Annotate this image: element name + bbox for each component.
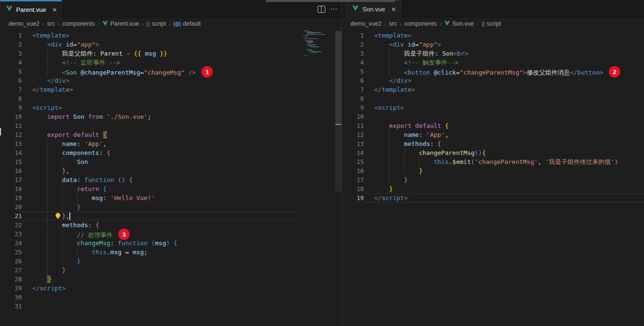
breadcrumb-item-default[interactable]: [@]default <box>173 20 200 27</box>
indent-guide <box>47 139 62 148</box>
lightbulb-icon[interactable] <box>55 213 61 219</box>
code-line-20: 20 } <box>0 202 341 211</box>
line-number: 17 <box>342 175 364 184</box>
line-number: 13 <box>342 139 364 148</box>
line-number: 2 <box>342 40 364 49</box>
breadcrumb-item-src[interactable]: src <box>389 20 397 27</box>
minimap-line <box>311 47 319 47</box>
code-line-10: 10 <box>342 112 644 121</box>
line-number: 14 <box>342 148 364 157</box>
code-token: template <box>40 86 70 93</box>
code-token: msg <box>145 50 156 57</box>
minimap[interactable] <box>299 30 335 187</box>
line-number: 27 <box>0 266 22 275</box>
breadcrumb-item-script[interactable]: {}script <box>482 20 501 27</box>
line-content: <Son @changeParentMsg="changeMsg" />1 <box>22 67 299 76</box>
code-line-27: 27 } <box>0 266 341 275</box>
code-line-24: 24 changeMsg: function (msg) { <box>0 239 341 248</box>
indent-guide <box>404 148 419 157</box>
indent-guide <box>32 275 47 284</box>
indent-guide <box>62 230 77 240</box>
indent-guide <box>404 157 419 166</box>
code-token: 'App' <box>426 131 445 138</box>
minimap-line <box>305 40 313 41</box>
close-tab-icon[interactable]: ✕ <box>52 7 57 13</box>
breadcrumb-item-son-vue[interactable]: Son.vue <box>444 20 474 27</box>
breadcrumb-item-parent-vue[interactable]: Parent.vue <box>102 20 139 27</box>
breadcrumb-item-demo-vue2[interactable]: demo_vue2 <box>350 20 381 27</box>
code-line-13: 13 methods: { <box>342 139 644 148</box>
indent-guide <box>374 40 389 49</box>
code-area-left[interactable]: 1<template>2 <div id="app">3 我是父组件: Pare… <box>0 29 341 311</box>
code-token: import <box>47 113 69 120</box>
vue-file-icon <box>6 6 13 14</box>
split-editor-icon[interactable] <box>318 6 325 13</box>
indent-guide <box>32 76 47 85</box>
indent-guide <box>47 68 62 77</box>
vue-icon <box>444 21 450 27</box>
breadcrumb-item-script[interactable]: {}script <box>146 20 166 27</box>
code-token <box>441 122 445 129</box>
code-token <box>114 240 118 247</box>
indent-guide <box>32 157 47 166</box>
code-token: > <box>407 77 411 84</box>
code-line-25: 25 this.msg = msg; <box>0 248 341 257</box>
code-token: </ <box>374 194 382 201</box>
line-content: </div> <box>22 76 299 85</box>
code-token: Son <box>77 158 88 165</box>
line-content <box>22 121 299 130</box>
line-content: <script> <box>22 103 299 112</box>
line-content <box>364 94 644 103</box>
breadcrumb-left: demo_vue2›src›components›Parent.vue›{}sc… <box>0 18 341 29</box>
code-token: </ <box>47 77 55 84</box>
code-area-right[interactable]: 1<template>2 <div id="app">3 我是子组件: Son<… <box>342 29 644 202</box>
indent-guide <box>47 266 62 275</box>
line-number: 10 <box>342 112 364 121</box>
line-content: methods: { <box>364 139 644 148</box>
breadcrumb-item-components[interactable]: components <box>62 20 95 27</box>
tab-parent-vue[interactable]: Parent.vue ✕ <box>0 0 62 18</box>
line-number: 11 <box>0 121 22 130</box>
code-token: = <box>415 41 419 48</box>
vertical-scrollbar[interactable] <box>335 0 341 326</box>
line-number: 5 <box>0 67 22 76</box>
braces-icon: {} <box>146 21 150 27</box>
breadcrumb-label: components <box>62 20 95 27</box>
breadcrumb-separator: › <box>400 21 402 27</box>
close-tab-icon[interactable]: ✕ <box>391 6 396 13</box>
line-content: // 处理事件3 <box>22 230 299 239</box>
indent-guide <box>62 202 77 211</box>
breadcrumb-label: src <box>389 20 397 27</box>
breadcrumb-item-components[interactable]: components <box>404 20 436 27</box>
code-token: > <box>69 86 73 93</box>
code-token: ( <box>474 149 478 156</box>
breadcrumb-label: demo_vue2 <box>9 20 39 27</box>
indent-guide <box>47 157 62 166</box>
code-token: < <box>32 104 36 111</box>
scrollbar-thumb[interactable] <box>335 31 341 125</box>
line-content: <script> <box>364 103 644 112</box>
breadcrumb-item-src[interactable]: src <box>47 20 55 27</box>
code-token: > <box>95 41 99 48</box>
line-content: } <box>364 175 644 184</box>
line-content: name: 'App', <box>364 130 644 139</box>
code-token: , <box>103 140 107 147</box>
line-content <box>22 293 299 302</box>
code-token: = <box>456 69 460 76</box>
indent-guide <box>374 157 389 166</box>
breadcrumb-item-demo-vue2[interactable]: demo_vue2 <box>9 20 39 27</box>
breadcrumb-separator: › <box>477 21 479 27</box>
code-line-12: 12 name: 'App', <box>342 130 644 139</box>
tab-son-vue[interactable]: Son.vue ✕ <box>346 0 401 18</box>
code-token: 我是父组件: Parent - <box>62 50 134 57</box>
code-line-11: 11 export default { <box>342 121 644 130</box>
code-token: < <box>374 104 378 111</box>
tab-label: Son.vue <box>362 6 385 13</box>
indent-guide <box>389 130 404 139</box>
code-token: { <box>482 149 486 156</box>
indent-guide <box>374 49 389 58</box>
code-token <box>99 131 103 138</box>
vue-icon <box>6 6 13 12</box>
indent-guide <box>47 202 62 211</box>
indent-guide <box>32 266 47 275</box>
